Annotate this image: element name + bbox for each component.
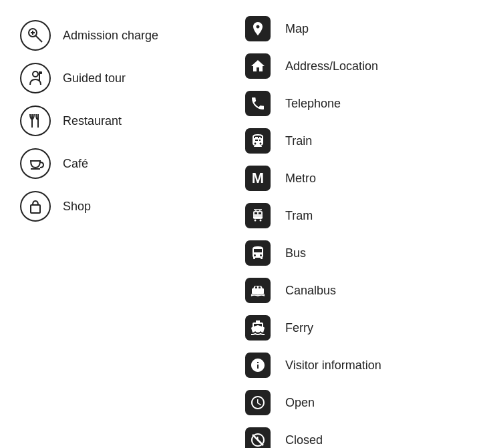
- open-icon: [242, 387, 273, 418]
- canalbus-label: Canalbus: [285, 284, 336, 298]
- tram-icon: [242, 200, 273, 231]
- svg-rect-6: [39, 71, 42, 74]
- train-icon: [242, 126, 273, 156]
- svg-rect-11: [31, 205, 40, 213]
- legend-item-closed: Closed: [242, 425, 465, 448]
- ferry-label: Ferry: [285, 321, 313, 335]
- shop-icon: [20, 191, 51, 222]
- map-label: Map: [285, 22, 309, 36]
- right-column: Map Address/Location T: [242, 13, 465, 448]
- map-icon: [242, 13, 273, 44]
- visitor-info-label: Visitor information: [285, 359, 381, 373]
- svg-point-17: [260, 220, 262, 222]
- cafe-icon: [20, 148, 51, 179]
- legend-item-shop: Shop: [20, 191, 242, 222]
- restaurant-icon: [20, 105, 51, 136]
- restaurant-label: Restaurant: [63, 114, 122, 128]
- shop-label: Shop: [63, 200, 91, 214]
- legend-item-ferry: Ferry: [242, 312, 465, 343]
- svg-rect-15: [253, 217, 263, 218]
- legend-item-address: Address/Location: [242, 51, 465, 81]
- svg-point-16: [255, 220, 257, 222]
- address-icon: [242, 51, 273, 81]
- svg-rect-22: [255, 286, 257, 288]
- address-label: Address/Location: [285, 59, 378, 73]
- left-column: Admission charge Guided tour: [20, 13, 242, 448]
- legend-item-tram: Tram: [242, 200, 465, 231]
- legend-item-telephone: Telephone: [242, 88, 465, 119]
- open-label: Open: [285, 396, 315, 410]
- ferry-icon: [242, 312, 273, 343]
- cafe-label: Café: [63, 157, 88, 171]
- bus-label: Bus: [285, 246, 306, 260]
- guided-tour-icon: [20, 63, 51, 93]
- canalbus-icon: [242, 275, 273, 306]
- legend-item-bus: Bus: [242, 238, 465, 268]
- guided-tour-label: Guided tour: [63, 71, 126, 85]
- telephone-label: Telephone: [285, 97, 341, 111]
- legend-item-guided-tour: Guided tour: [20, 63, 242, 93]
- legend-item-train: Train: [242, 126, 465, 156]
- closed-icon: [242, 425, 273, 448]
- tram-label: Tram: [285, 209, 313, 223]
- visitor-info-icon: [242, 350, 273, 381]
- train-label: Train: [285, 134, 312, 148]
- svg-rect-13: [255, 212, 257, 214]
- svg-rect-21: [252, 288, 264, 294]
- legend-item-restaurant: Restaurant: [20, 105, 242, 136]
- svg-point-4: [33, 71, 38, 77]
- telephone-icon: [242, 88, 273, 119]
- bus-icon: [242, 238, 273, 268]
- admission-charge-label: Admission charge: [63, 29, 158, 43]
- legend-grid: Admission charge Guided tour: [20, 13, 465, 448]
- admission-charge-icon: [20, 20, 51, 51]
- legend-item-admission-charge: Admission charge: [20, 20, 242, 51]
- legend-item-metro: M Metro: [242, 163, 465, 194]
- svg-rect-14: [259, 212, 261, 214]
- metro-label: Metro: [285, 172, 316, 186]
- metro-icon: M: [242, 163, 273, 194]
- legend-item-visitor-info: Visitor information: [242, 350, 465, 381]
- svg-line-24: [253, 435, 263, 445]
- legend-item-map: Map: [242, 13, 465, 44]
- svg-line-1: [35, 35, 42, 42]
- svg-rect-23: [259, 286, 261, 288]
- closed-label: Closed: [285, 433, 323, 447]
- legend-item-cafe: Café: [20, 148, 242, 179]
- legend-item-canalbus: Canalbus: [242, 275, 465, 306]
- legend-item-open: Open: [242, 387, 465, 418]
